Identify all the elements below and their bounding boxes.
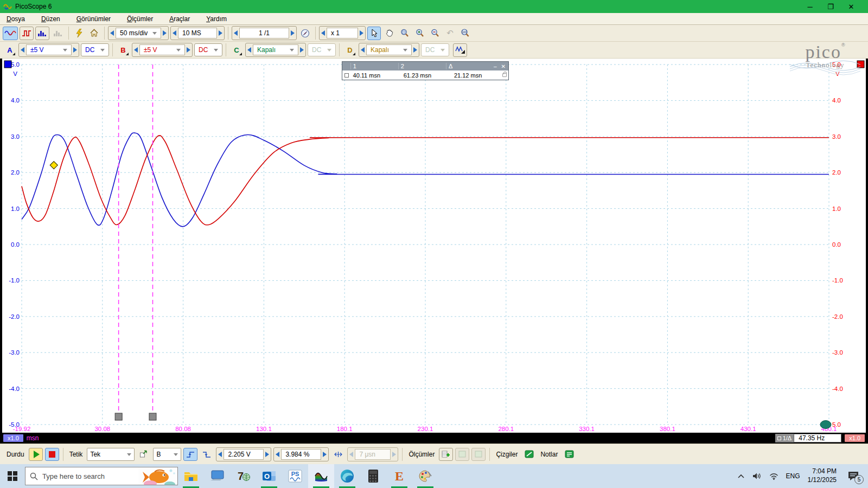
channel-d-range-next[interactable] bbox=[413, 47, 417, 53]
page-prev[interactable] bbox=[234, 30, 238, 36]
add-measurement-button[interactable] bbox=[439, 448, 453, 461]
falling-edge-button[interactable] bbox=[200, 448, 214, 461]
timebase-next[interactable] bbox=[163, 30, 167, 36]
post-trigger-button[interactable] bbox=[331, 448, 345, 461]
restore-button[interactable]: ❐ bbox=[820, 3, 841, 11]
time-ruler-handle-2[interactable] bbox=[149, 413, 156, 420]
channel-b-button[interactable]: B bbox=[116, 43, 130, 57]
page-overview-button[interactable] bbox=[298, 27, 312, 40]
trigger-source-select[interactable]: B bbox=[153, 448, 181, 461]
timebase-prev[interactable] bbox=[110, 30, 114, 36]
zoom-100-button[interactable]: 100 bbox=[458, 27, 472, 40]
advanced-triggers-button[interactable] bbox=[137, 448, 151, 461]
notes-button[interactable] bbox=[562, 448, 576, 461]
stop-button[interactable] bbox=[45, 448, 59, 461]
channel-a-range-select[interactable]: ±5 V bbox=[26, 44, 72, 55]
trigger-tools-button[interactable] bbox=[72, 27, 86, 40]
samples-input[interactable]: 10 MS bbox=[178, 28, 217, 38]
channel-c-button[interactable]: C bbox=[229, 43, 244, 57]
scope-plot[interactable]: -19.9230.0880.08130.1180.1230.1280.1330.… bbox=[0, 59, 868, 433]
menu-dosya[interactable]: Dosya bbox=[7, 15, 25, 23]
persistence-view-button[interactable] bbox=[20, 27, 34, 40]
zoom-prev[interactable] bbox=[321, 30, 325, 36]
channel-b-range-prev[interactable] bbox=[134, 47, 138, 53]
taskbar-picoscope-6[interactable] bbox=[308, 464, 334, 488]
channel-d-button[interactable]: D bbox=[343, 43, 357, 57]
taskbar-search[interactable]: Type here to search bbox=[25, 467, 178, 485]
ruler-legend-minimize[interactable]: – bbox=[494, 63, 497, 69]
menu-araclar[interactable]: Araçlar bbox=[169, 15, 190, 23]
hand-pan-button[interactable] bbox=[382, 27, 396, 40]
time-ruler-handle-1[interactable] bbox=[115, 413, 122, 420]
taskbar-clock[interactable]: 7:04 PM 1/12/2025 bbox=[808, 467, 837, 484]
pretrigger-down[interactable] bbox=[276, 452, 279, 457]
pretrigger-value[interactable]: 3.984 % bbox=[281, 449, 321, 460]
trigger-level-down[interactable] bbox=[218, 452, 222, 457]
cursor-select-button[interactable] bbox=[367, 27, 381, 40]
menu-olcumler[interactable]: Ölçümler bbox=[127, 15, 153, 23]
channel-a-coupling-select[interactable]: DC bbox=[81, 43, 109, 56]
channel-b-coupling-select[interactable]: DC bbox=[194, 43, 222, 56]
channel-c-range-next[interactable] bbox=[300, 47, 304, 53]
close-button[interactable]: ✕ bbox=[841, 3, 861, 11]
taskbar-paint-palette[interactable] bbox=[412, 464, 438, 488]
taskbar-remote-monitor[interactable] bbox=[204, 464, 230, 488]
ruler-legend-header[interactable]: 1 2 Δ – ✕ bbox=[342, 62, 508, 70]
channel-d-range-prev[interactable] bbox=[361, 47, 365, 53]
menu-yardim[interactable]: Yardım bbox=[206, 15, 227, 23]
menu-duzen[interactable]: Düzen bbox=[41, 15, 60, 23]
action-center-button[interactable]: 5 bbox=[844, 467, 863, 485]
freq-legend-checkbox[interactable] bbox=[777, 436, 781, 440]
spectrum-view-button[interactable] bbox=[35, 27, 49, 40]
channel-c-range-select[interactable]: Kapalı bbox=[253, 44, 298, 55]
zoom-factor[interactable]: x 1 bbox=[327, 28, 358, 38]
x-scale-badge-left[interactable]: x1.0 bbox=[3, 434, 23, 442]
ruler-lock-icon[interactable] bbox=[502, 73, 507, 77]
channel-d-range-select[interactable]: Kapalı bbox=[366, 44, 412, 55]
rulers-settings-button[interactable] bbox=[522, 448, 536, 461]
zoom-next[interactable] bbox=[360, 30, 363, 36]
start-button[interactable] bbox=[0, 464, 25, 488]
volume-icon[interactable] bbox=[752, 472, 762, 480]
zoom-in-button[interactable] bbox=[413, 27, 426, 40]
trigger-level-up[interactable] bbox=[265, 452, 269, 457]
tray-chevron-icon[interactable] bbox=[737, 474, 745, 479]
channel-a-range-next[interactable] bbox=[73, 47, 77, 53]
channel-b-range-next[interactable] bbox=[187, 47, 190, 53]
samples-next[interactable] bbox=[219, 30, 222, 36]
page-next[interactable] bbox=[291, 30, 295, 36]
ruler-legend-close[interactable]: ✕ bbox=[501, 63, 506, 69]
zoom-box-button[interactable] bbox=[398, 27, 411, 40]
channel-a-range-prev[interactable] bbox=[21, 47, 24, 53]
scope-view-button[interactable] bbox=[3, 27, 18, 40]
language-indicator[interactable]: ENG bbox=[786, 472, 800, 480]
x-scale-badge-right[interactable]: x1.0 bbox=[845, 434, 865, 442]
channel-a-axis-marker[interactable] bbox=[4, 61, 11, 68]
zoom-out-button[interactable] bbox=[428, 27, 442, 40]
time-ruler-legend[interactable]: 1 2 Δ – ✕ 40.11 msn 61.23 msn 21.12 msn bbox=[342, 61, 509, 80]
taskbar-e-app[interactable]: E bbox=[386, 464, 412, 488]
taskbar-7zip[interactable]: 7 bbox=[230, 464, 256, 488]
channel-b-range-select[interactable]: ±5 V bbox=[139, 44, 185, 55]
rising-edge-button[interactable] bbox=[183, 448, 197, 461]
home-view-button[interactable] bbox=[87, 27, 101, 40]
run-button[interactable] bbox=[29, 448, 43, 461]
timebase-select[interactable]: 50 ms/div bbox=[116, 28, 161, 38]
trigger-level-value[interactable]: 2.205 V bbox=[224, 449, 264, 460]
taskbar-picoscope-ps[interactable]: PS bbox=[282, 464, 308, 488]
page-indicator[interactable]: 1 /1 bbox=[239, 28, 289, 38]
taskbar-edge[interactable] bbox=[334, 464, 360, 488]
channel-c-range-prev[interactable] bbox=[247, 47, 251, 53]
minimize-button[interactable]: ─ bbox=[800, 3, 820, 11]
ruler-row-checkbox[interactable] bbox=[344, 73, 349, 78]
trigger-mode-select[interactable]: Tek bbox=[87, 448, 135, 461]
taskbar-calculator[interactable] bbox=[360, 464, 386, 488]
wifi-icon[interactable] bbox=[769, 473, 778, 480]
menu-gorunumler[interactable]: Görünümler bbox=[76, 15, 111, 23]
signal-generator-button[interactable] bbox=[453, 43, 467, 57]
taskbar-outlook[interactable]: O bbox=[256, 464, 282, 488]
channel-a-button[interactable]: A bbox=[3, 43, 17, 57]
axis-scroll-marker[interactable] bbox=[820, 421, 831, 429]
pretrigger-up[interactable] bbox=[323, 452, 327, 457]
taskbar-file-explorer[interactable] bbox=[178, 464, 204, 488]
